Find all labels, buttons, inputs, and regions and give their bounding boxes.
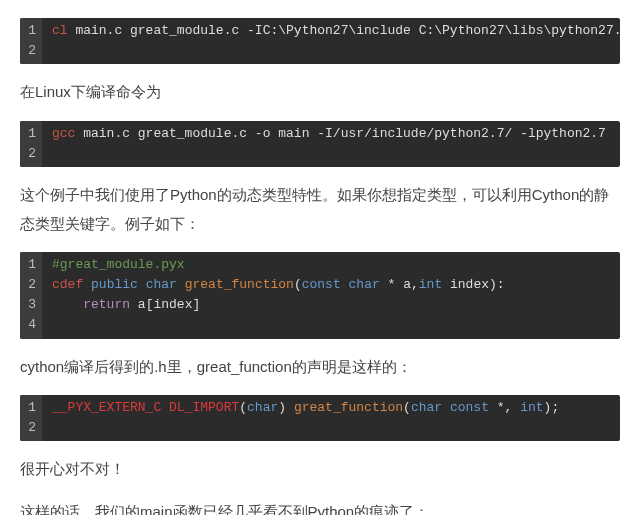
line-number: 3 <box>24 295 36 315</box>
code-token: ); <box>544 400 560 415</box>
code-token: char <box>349 277 380 292</box>
line-number: 1 <box>24 21 36 41</box>
code-token <box>138 277 146 292</box>
line-number: 2 <box>24 418 36 438</box>
code-gutter: 1 2 <box>20 18 42 64</box>
line-number: 1 <box>24 124 36 144</box>
code-token: ( <box>403 400 411 415</box>
code-gutter: 1 2 3 4 <box>20 252 42 339</box>
code-token: const <box>302 277 341 292</box>
code-block-cl: 1 2 cl main.c great_module.c -IC:\Python… <box>20 18 620 64</box>
code-content: __PYX_EXTERN_C DL_IMPORT(char) great_fun… <box>42 395 620 441</box>
code-token <box>442 400 450 415</box>
code-token: return <box>83 297 130 312</box>
code-token: a[index] <box>130 297 200 312</box>
line-number: 1 <box>24 398 36 418</box>
paragraph: 在Linux下编译命令为 <box>20 78 620 107</box>
code-token: great_function <box>294 400 403 415</box>
code-token: ( <box>239 400 247 415</box>
code-token <box>83 277 91 292</box>
code-token: char <box>411 400 442 415</box>
code-token: main.c great_module.c -o main -I/usr/inc… <box>75 126 606 141</box>
paragraph: cython编译后得到的.h里，great_function的声明是这样的： <box>20 353 620 382</box>
code-token: *, <box>489 400 520 415</box>
code-token: char <box>146 277 177 292</box>
code-token <box>52 297 83 312</box>
code-token: __PYX_EXTERN_C <box>52 400 161 415</box>
code-token <box>161 400 169 415</box>
code-block-gcc: 1 2 gcc main.c great_module.c -o main -I… <box>20 121 620 167</box>
line-number: 4 <box>24 315 36 335</box>
code-token: cdef <box>52 277 83 292</box>
code-token: great_function <box>185 277 294 292</box>
code-token: public <box>91 277 138 292</box>
code-token: const <box>450 400 489 415</box>
code-block-pyx: 1 2 3 4 #great_module.pyx cdef public ch… <box>20 252 620 339</box>
code-content: #great_module.pyx cdef public char great… <box>42 252 620 339</box>
code-token: index): <box>442 277 504 292</box>
code-token: ) <box>278 400 294 415</box>
paragraph: 这个例子中我们使用了Python的动态类型特性。如果你想指定类型，可以利用Cyt… <box>20 181 620 238</box>
code-token: int <box>520 400 543 415</box>
code-token <box>341 277 349 292</box>
line-number: 2 <box>24 275 36 295</box>
code-content: cl main.c great_module.c -IC:\Python27\i… <box>42 18 620 64</box>
code-comment: #great_module.pyx <box>52 257 185 272</box>
code-token: * a, <box>380 277 419 292</box>
code-token: int <box>419 277 442 292</box>
code-gutter: 1 2 <box>20 121 42 167</box>
code-token: ( <box>294 277 302 292</box>
code-gutter: 1 2 <box>20 395 42 441</box>
code-block-header: 1 2 __PYX_EXTERN_C DL_IMPORT(char) great… <box>20 395 620 441</box>
paragraph: 这样的话，我们的main函数已经几乎看不到Python的痕迹了： <box>20 498 620 515</box>
line-number: 2 <box>24 144 36 164</box>
code-token: DL_IMPORT <box>169 400 239 415</box>
code-token: char <box>247 400 278 415</box>
code-token <box>177 277 185 292</box>
line-number: 2 <box>24 41 36 61</box>
line-number: 1 <box>24 255 36 275</box>
code-content: gcc main.c great_module.c -o main -I/usr… <box>42 121 620 167</box>
code-token: main.c great_module.c -IC:\Python27\incl… <box>68 23 620 38</box>
code-token: cl <box>52 23 68 38</box>
code-token: gcc <box>52 126 75 141</box>
paragraph: 很开心对不对！ <box>20 455 620 484</box>
